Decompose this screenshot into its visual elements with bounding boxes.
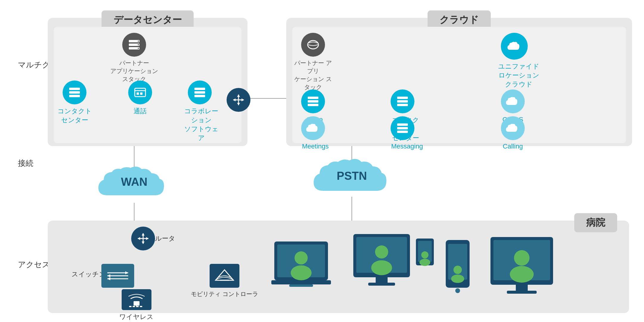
svg-marker-53 [107,274,110,277]
svg-rect-43 [397,131,408,133]
svg-rect-60 [133,306,135,307]
datacenter-calling-label: 通話 [131,107,149,116]
unified-location-icon [501,33,528,60]
svg-rect-24 [140,92,143,95]
connection-label: 接続 [18,158,33,168]
svg-point-16 [138,44,139,45]
svg-rect-74 [368,283,395,286]
svg-rect-21 [135,88,145,97]
svg-rect-19 [69,91,80,94]
datacenter-inner: パートナーアプリケーション スタック コンタクトセンター [54,27,242,143]
svg-rect-61 [136,306,139,307]
wan-cloud: WAN [95,155,173,209]
svg-point-78 [419,259,430,266]
svg-rect-37 [308,104,318,106]
svg-point-71 [375,245,388,258]
svg-rect-26 [194,91,205,94]
svg-rect-25 [194,88,205,90]
svg-rect-23 [137,92,139,95]
svg-marker-31 [237,103,240,105]
calling-icon [501,116,525,140]
datacenter-contact-icon [63,80,86,104]
meetings-icon [301,116,325,140]
access-label2: アクセス [18,259,50,270]
svg-point-87 [510,266,534,283]
svg-point-83 [455,288,460,293]
svg-marker-49 [146,237,148,240]
datacenter-calling-icon [128,80,152,104]
svg-rect-73 [376,277,388,283]
hospital-region: 病院 ルータ スイッチング [48,221,629,313]
meraki-icon [301,89,325,113]
svg-marker-48 [138,237,140,240]
unified-location-label: ユニファイドロケーション クラウド [495,62,543,89]
cloud-contact-icon [391,89,414,113]
datacenter-contact-label: コンタクトセンター [57,107,92,125]
hospital-router-icon [131,227,155,250]
svg-marker-47 [142,242,145,244]
svg-rect-89 [507,291,537,294]
datacenter-region: データセンター パートナーアプリケーション スタック [48,18,247,146]
svg-rect-88 [516,285,528,291]
svg-rect-18 [69,88,80,90]
svg-rect-39 [397,100,408,103]
svg-point-66 [291,265,312,280]
pstn-cloud: PSTN [310,149,394,203]
svg-point-65 [295,251,308,264]
wireless-label: ワイヤレス [119,312,154,321]
svg-point-17 [138,48,139,49]
datacenter-collab-icon [188,80,212,104]
svg-rect-67 [271,280,331,284]
svg-point-86 [514,250,530,266]
svg-rect-62 [140,306,142,307]
mobility-label: モビリティ コントローラ [191,290,258,298]
messaging-icon [391,116,414,140]
router-connector-icon [227,88,250,112]
svg-point-77 [421,251,428,258]
calling-label: Calling [502,143,523,150]
svg-rect-68 [289,284,313,287]
svg-point-82 [451,275,464,283]
datacenter-partner-icon [122,33,146,57]
cloud-partner-label: パートナー アプリケーション スタック [292,59,334,91]
svg-rect-35 [308,97,318,99]
pstn-label: PSTN [337,170,367,182]
diagram-container: マルチクラウド 接続 アクセス データセンター [0,0,644,322]
svg-marker-30 [237,95,240,97]
svg-rect-36 [308,100,318,103]
svg-marker-32 [233,98,236,101]
cpaas-icon [501,89,525,113]
svg-point-72 [371,260,392,275]
datacenter-partner-label: パートナーアプリケーション スタック [110,59,158,83]
svg-rect-59 [129,306,131,307]
svg-rect-57 [134,301,140,306]
wan-label: WAN [121,176,148,188]
hospital-title: 病院 [574,213,617,232]
svg-rect-40 [397,104,408,106]
svg-point-81 [453,266,462,274]
svg-marker-46 [142,233,145,236]
cloud-region: クラウド パートナー アプリケーション スタック [286,18,632,146]
svg-rect-41 [397,123,408,126]
svg-point-15 [138,41,139,42]
svg-rect-80 [448,244,467,280]
svg-marker-54 [125,271,128,274]
svg-rect-42 [397,127,408,129]
router-label: ルータ [155,234,175,243]
cloud-partner-icon [301,33,325,57]
svg-rect-20 [69,95,80,97]
cloud-inner: パートナー アプリケーション スタック ユニファイドロケーション クラウド [292,27,626,143]
svg-marker-33 [242,98,244,101]
svg-rect-38 [397,97,408,99]
svg-marker-55 [107,277,110,280]
svg-rect-27 [194,95,205,97]
datacenter-collab-label: コラボレーションソフトウェア [182,107,221,143]
messaging-label: Messaging [391,143,418,150]
